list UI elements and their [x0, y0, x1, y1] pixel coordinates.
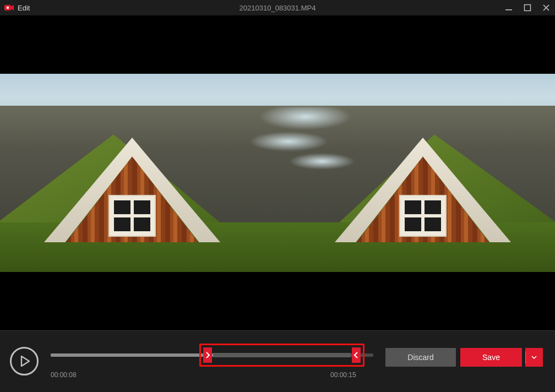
discard-button[interactable]: Discard	[385, 348, 456, 367]
video-frame	[0, 74, 555, 272]
app-mode-label: Edit	[18, 4, 30, 12]
save-dropdown-button[interactable]	[525, 348, 543, 367]
maximize-button[interactable]	[523, 3, 532, 12]
progress-fill	[51, 353, 219, 357]
video-preview[interactable]	[0, 15, 555, 330]
close-button[interactable]	[542, 3, 551, 12]
svg-point-1	[7, 7, 9, 9]
save-button[interactable]: Save	[460, 348, 522, 367]
scene-house-left	[44, 138, 220, 242]
trim-start-handle[interactable]	[203, 347, 212, 363]
svg-rect-3	[525, 5, 531, 11]
total-time-label: 00:00:15	[330, 371, 356, 379]
svg-rect-2	[505, 9, 512, 10]
window-controls	[504, 3, 551, 12]
current-time-label: 00:00:08	[51, 371, 77, 379]
play-button[interactable]	[10, 347, 39, 375]
trim-track[interactable]	[213, 353, 351, 357]
caret-down-icon	[531, 356, 537, 359]
app-recorder-icon	[4, 4, 14, 12]
controls-bar: 00:00:08 00:00:15 Discard Save	[0, 330, 555, 392]
filename-label: 20210310_083031.MP4	[0, 4, 555, 12]
trim-end-handle[interactable]	[352, 347, 361, 363]
scene-house-right	[335, 138, 511, 242]
titlebar: Edit 20210310_083031.MP4	[0, 0, 555, 15]
minimize-button[interactable]	[504, 3, 513, 12]
trim-selection-highlight	[199, 344, 364, 367]
